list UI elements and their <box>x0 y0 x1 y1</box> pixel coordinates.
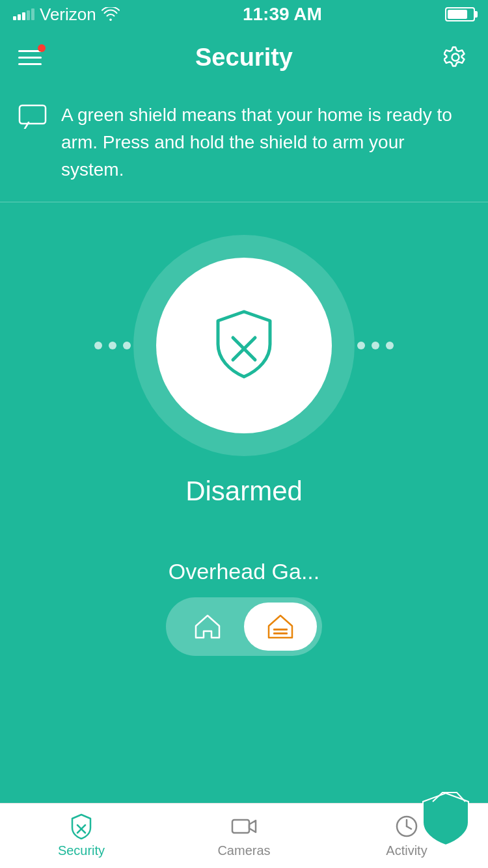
garage-option-home[interactable] <box>171 603 244 651</box>
bar3 <box>22 12 25 20</box>
shield-button[interactable] <box>156 258 332 433</box>
battery-fill <box>448 10 467 19</box>
svg-rect-1 <box>20 105 46 124</box>
activity-nav-icon <box>394 813 420 839</box>
dot-r3 <box>386 342 394 349</box>
garage-icon <box>266 613 295 640</box>
security-nav-label: Security <box>58 843 105 858</box>
settings-button[interactable] <box>441 43 470 72</box>
dot-r2 <box>372 342 379 349</box>
main-content: Disarmed Overhead Ga... <box>0 202 488 656</box>
dot-l1 <box>94 342 102 349</box>
bottom-nav: Security Cameras Activity <box>0 803 488 868</box>
page-title: Security <box>195 44 293 72</box>
dot-l2 <box>109 342 116 349</box>
chat-icon <box>18 104 47 131</box>
bar5 <box>31 8 34 20</box>
gear-icon <box>444 46 467 69</box>
dot-l3 <box>123 342 131 349</box>
svg-rect-8 <box>232 820 249 833</box>
garage-toggle[interactable] <box>166 597 322 656</box>
carrier-text: Verizon <box>40 5 96 25</box>
svg-point-0 <box>452 54 459 61</box>
nav-item-cameras[interactable]: Cameras <box>163 813 325 858</box>
signal-bars <box>13 8 34 20</box>
nav-item-security[interactable]: Security <box>0 813 163 858</box>
svg-rect-5 <box>273 632 288 634</box>
info-banner: A green shield means that your home is r… <box>0 86 488 202</box>
status-bar: Verizon 11:39 AM <box>0 0 488 29</box>
dots-right <box>357 342 394 349</box>
header: Security <box>0 29 488 86</box>
status-left: Verizon <box>13 5 120 25</box>
garage-section: Overhead Ga... <box>166 559 322 656</box>
cameras-nav-icon <box>231 813 257 839</box>
menu-line-2 <box>18 57 42 59</box>
house-outline-icon <box>193 613 222 640</box>
battery-indicator <box>445 7 475 21</box>
garage-option-garage[interactable] <box>244 603 317 651</box>
banner-message: A green shield means that your home is r… <box>61 102 470 183</box>
page: Verizon 11:39 AM Security <box>0 0 488 868</box>
bar4 <box>27 10 30 20</box>
floating-shield-badge[interactable] <box>416 790 475 848</box>
notification-dot <box>38 44 46 52</box>
shield-x-icon <box>208 306 280 385</box>
time-display: 11:39 AM <box>243 4 322 25</box>
menu-line-3 <box>18 63 42 65</box>
shield-area <box>133 235 355 456</box>
bar1 <box>13 16 16 20</box>
bar2 <box>18 14 21 20</box>
wifi-icon <box>102 7 120 21</box>
cameras-nav-label: Cameras <box>217 843 270 858</box>
dots-left <box>94 342 131 349</box>
svg-rect-4 <box>273 629 288 631</box>
svg-line-11 <box>407 826 411 829</box>
arm-status: Disarmed <box>185 476 303 507</box>
menu-button[interactable] <box>18 43 47 72</box>
garage-label: Overhead Ga... <box>169 559 319 584</box>
shield-outer-ring <box>133 235 355 456</box>
security-nav-icon <box>68 813 94 839</box>
dot-r1 <box>357 342 365 349</box>
